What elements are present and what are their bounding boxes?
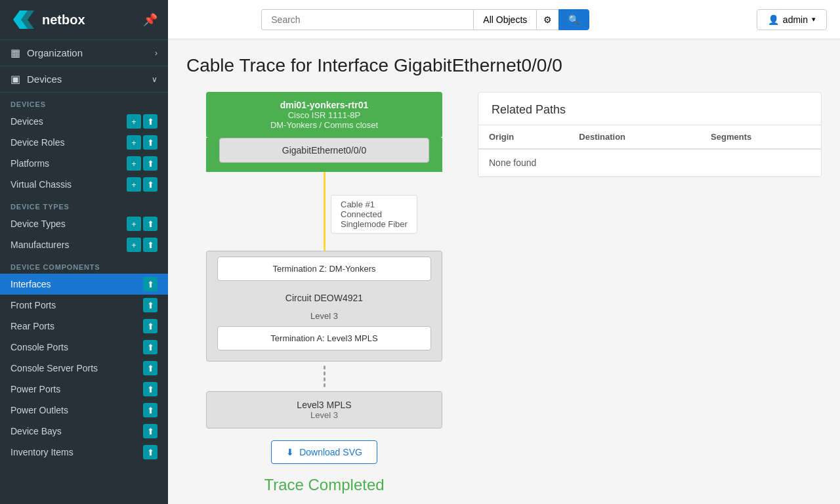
dash-1 — [324, 366, 326, 369]
sidebar-item-device-types[interactable]: Device Types + ⬆ — [0, 213, 168, 234]
termination-a-wrapper: Termination A: Level3 MPLS — [207, 326, 442, 361]
search-magnifier-icon: 🔍 — [568, 14, 579, 25]
cable-line-top — [324, 172, 326, 192]
diagram-wrapper: dmi01-yonkers-rtr01 Cisco ISR 1111-8P DM… — [206, 92, 442, 429]
sidebar-nav-label-devices: Devices — [27, 74, 62, 85]
termination-a-box: Termination A: Level3 MPLS — [217, 326, 431, 350]
col-origin: Origin — [478, 125, 568, 149]
table-row-empty: None found — [478, 149, 821, 177]
sidebar-item-power-outlets[interactable]: Power Outlets ⬆ — [0, 400, 168, 421]
sidebar-nav-devices[interactable]: ▣ Devices ∨ — [0, 66, 168, 93]
page-content: Cable Trace for Interface GigabitEtherne… — [168, 39, 840, 504]
sidebar-item-console-server-ports[interactable]: Console Server Ports ⬆ — [0, 358, 168, 379]
device-location: DM-Yonkers / Comms closet — [217, 120, 432, 130]
sidebar-item-platforms[interactable]: Platforms + ⬆ — [0, 153, 168, 174]
sidebar-item-label-power-ports: Power Ports — [10, 384, 143, 394]
sidebar-item-interfaces[interactable]: Interfaces ⬆ — [0, 274, 168, 295]
import-power-outlets-button[interactable]: ⬆ — [143, 403, 158, 417]
admin-menu-button[interactable]: 👤 admin ▾ — [757, 9, 827, 30]
sidebar-item-label-console-ports: Console Ports — [10, 342, 143, 352]
sidebar-logo: netbox 📌 — [0, 0, 168, 40]
organization-icon: ▦ — [10, 47, 20, 59]
import-device-button[interactable]: ⬆ — [143, 114, 158, 129]
import-manufacturers-button[interactable]: ⬆ — [143, 238, 158, 252]
import-rear-ports-button[interactable]: ⬆ — [143, 319, 158, 333]
search-input[interactable] — [261, 9, 473, 30]
import-inventory-items-button[interactable]: ⬆ — [143, 445, 158, 459]
trace-completed-label: Trace Completed — [264, 476, 384, 494]
related-paths-table: Origin Destination Segments None found — [478, 125, 821, 177]
device-name: dmi01-yonkers-rtr01 — [217, 100, 432, 110]
import-platforms-button[interactable]: ⬆ — [143, 156, 158, 171]
sidebar-item-label-front-ports: Front Ports — [10, 300, 143, 310]
add-device-types-button[interactable]: + — [127, 217, 141, 231]
sidebar-item-label-platforms: Platforms — [10, 158, 127, 169]
devices-nav-icon: ▣ — [10, 73, 20, 85]
cable-info-relative: Cable #1 Connected Singlemode Fiber — [206, 192, 442, 231]
termination-z-box: Termination Z: DM-Yonkers — [217, 257, 431, 281]
cable-line-bottom — [324, 231, 326, 251]
circuit-level: Level 3 — [207, 310, 442, 326]
termination-z-wrapper: Termination Z: DM-Yonkers — [207, 251, 442, 281]
sidebar-item-manufacturers[interactable]: Manufacturers + ⬆ — [0, 234, 168, 255]
app-logo-text: netbox — [42, 12, 85, 28]
sidebar-nav-organization[interactable]: ▦ Organization › — [0, 40, 168, 66]
search-filter-button[interactable]: ⚙ — [536, 9, 558, 30]
sidebar-item-front-ports[interactable]: Front Ports ⬆ — [0, 295, 168, 316]
empty-message: None found — [478, 149, 821, 177]
provider-name: Level3 MPLS — [217, 400, 431, 410]
add-virtual-chassis-button[interactable]: + — [127, 177, 141, 192]
sidebar-item-virtual-chassis[interactable]: Virtual Chassis + ⬆ — [0, 174, 168, 195]
sidebar-item-device-bays[interactable]: Device Bays ⬆ — [0, 421, 168, 442]
import-virtual-chassis-button[interactable]: ⬆ — [143, 177, 158, 192]
sidebar-item-rear-ports[interactable]: Rear Ports ⬆ — [0, 316, 168, 337]
admin-chevron-icon: ▾ — [812, 15, 816, 24]
circuit-block: Termination Z: DM-Yonkers Circuit DEOW49… — [206, 251, 442, 362]
section-header-device-components: DEVICE COMPONENTS — [0, 258, 168, 274]
cable-label: Cable #1 — [341, 200, 408, 209]
import-power-ports-button[interactable]: ⬆ — [143, 382, 158, 396]
download-svg-button[interactable]: ⬇ Download SVG — [271, 440, 377, 464]
col-segments: Segments — [700, 125, 821, 149]
cable-status: Connected — [341, 209, 408, 219]
search-submit-button[interactable]: 🔍 — [558, 9, 589, 30]
search-type-button[interactable]: All Objects — [473, 9, 536, 30]
sidebar-item-label-virtual-chassis: Virtual Chassis — [10, 179, 127, 190]
provider-box: Level3 MPLS Level 3 — [206, 391, 442, 429]
sidebar-item-power-ports[interactable]: Power Ports ⬆ — [0, 379, 168, 400]
import-console-ports-button[interactable]: ⬆ — [143, 340, 158, 354]
section-header-device-types: DEVICE TYPES — [0, 198, 168, 213]
pin-icon[interactable]: 📌 — [143, 12, 158, 27]
import-device-roles-button[interactable]: ⬆ — [143, 135, 158, 150]
sidebar-item-label-device-bays: Device Bays — [10, 426, 143, 436]
import-console-server-ports-button[interactable]: ⬆ — [143, 361, 158, 375]
add-device-button[interactable]: + — [127, 114, 141, 129]
main-area: All Objects ⚙ 🔍 👤 admin ▾ Cable Trace fo… — [168, 0, 840, 504]
trace-diagram: dmi01-yonkers-rtr01 Cisco ISR 1111-8P DM… — [186, 92, 462, 494]
admin-label: admin — [783, 14, 808, 25]
add-platforms-button[interactable]: + — [127, 156, 141, 171]
sidebar-item-label-device-types: Device Types — [10, 219, 127, 229]
add-device-roles-button[interactable]: + — [127, 135, 141, 150]
page-title: Cable Trace for Interface GigabitEtherne… — [186, 55, 822, 76]
filter-icon: ⚙ — [543, 14, 552, 25]
col-destination: Destination — [568, 125, 700, 149]
cable-type: Singlemode Fiber — [341, 219, 408, 229]
search-wrapper: All Objects ⚙ 🔍 — [261, 9, 589, 30]
netbox-logo-icon — [10, 7, 37, 33]
download-label: Download SVG — [299, 447, 362, 457]
sidebar-item-device-roles[interactable]: Device Roles + ⬆ — [0, 132, 168, 153]
sidebar-item-devices[interactable]: Devices + ⬆ — [0, 111, 168, 132]
add-manufacturers-button[interactable]: + — [127, 238, 141, 252]
dashed-line — [324, 362, 326, 391]
dash-3 — [324, 377, 326, 381]
import-interfaces-button[interactable]: ⬆ — [143, 277, 158, 291]
import-device-types-button[interactable]: ⬆ — [143, 217, 158, 231]
sidebar-item-console-ports[interactable]: Console Ports ⬆ — [0, 337, 168, 358]
sidebar-nav-label-organization: Organization — [27, 47, 83, 58]
related-paths-panel: Related Paths Origin Destination Segment… — [478, 92, 822, 177]
sidebar-item-inventory-items[interactable]: Inventory Items ⬆ — [0, 442, 168, 463]
sidebar-item-label-power-outlets: Power Outlets — [10, 405, 143, 415]
import-front-ports-button[interactable]: ⬆ — [143, 298, 158, 312]
import-device-bays-button[interactable]: ⬆ — [143, 424, 158, 438]
